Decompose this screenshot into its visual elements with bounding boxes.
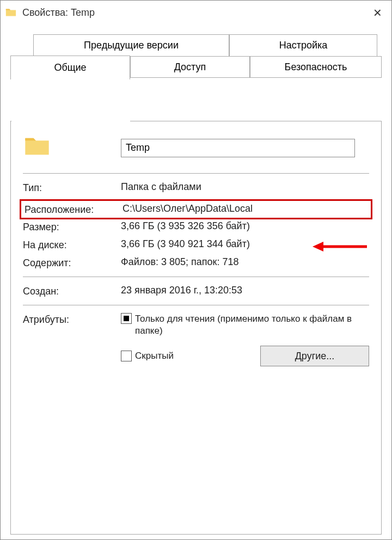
type-value: Папка с файлами	[121, 181, 369, 193]
ondisk-label: На диске:	[23, 238, 121, 251]
close-icon[interactable]: ×	[368, 4, 387, 21]
divider	[23, 173, 369, 174]
divider	[23, 305, 369, 305]
hidden-checkbox[interactable]	[121, 351, 132, 361]
folder-large-icon	[23, 132, 51, 161]
contains-value: Файлов: 3 805; папок: 718	[121, 256, 369, 268]
attributes-label: Атрибуты:	[23, 313, 121, 326]
folder-icon	[5, 7, 17, 19]
tab-panel-general: Тип: Папка с файлами Расположение: C:\Us…	[10, 121, 382, 535]
folder-name-input[interactable]	[121, 139, 355, 157]
properties-dialog: Свойства: Temp × Предыдущие версии Настр…	[0, 0, 392, 540]
hidden-label: Скрытый	[135, 350, 174, 362]
readonly-checkbox[interactable]	[121, 313, 132, 324]
contains-label: Содержит:	[23, 256, 121, 269]
tab-customize[interactable]: Настройка	[229, 34, 377, 56]
window-title: Свойства: Temp	[22, 7, 368, 19]
created-label: Создан:	[23, 285, 121, 297]
created-value: 23 января 2016 г., 13:20:53	[121, 285, 369, 296]
advanced-button[interactable]: Другие...	[260, 346, 369, 366]
tab-general[interactable]: Общие	[10, 56, 130, 79]
location-row-highlight: Расположение: C:\Users\Олег\AppData\Loca…	[20, 199, 372, 219]
size-label: Размер:	[23, 220, 121, 233]
size-value: 3,66 ГБ (3 935 326 356 байт)	[121, 220, 369, 232]
tab-sharing[interactable]: Доступ	[130, 56, 250, 78]
type-label: Тип:	[23, 181, 121, 194]
titlebar: Свойства: Temp ×	[1, 1, 391, 24]
tab-previous-versions[interactable]: Предыдущие версии	[33, 34, 229, 56]
tab-security[interactable]: Безопасность	[250, 56, 382, 78]
divider	[23, 277, 369, 277]
location-value: C:\Users\Олег\AppData\Local	[122, 203, 367, 214]
readonly-label: Только для чтения (применимо только к фа…	[135, 313, 353, 337]
tab-strip: Предыдущие версии Настройка Общие Доступ…	[10, 34, 382, 78]
svg-marker-1	[313, 242, 323, 251]
arrow-annotation-icon	[313, 240, 367, 254]
location-label: Расположение:	[24, 203, 122, 216]
